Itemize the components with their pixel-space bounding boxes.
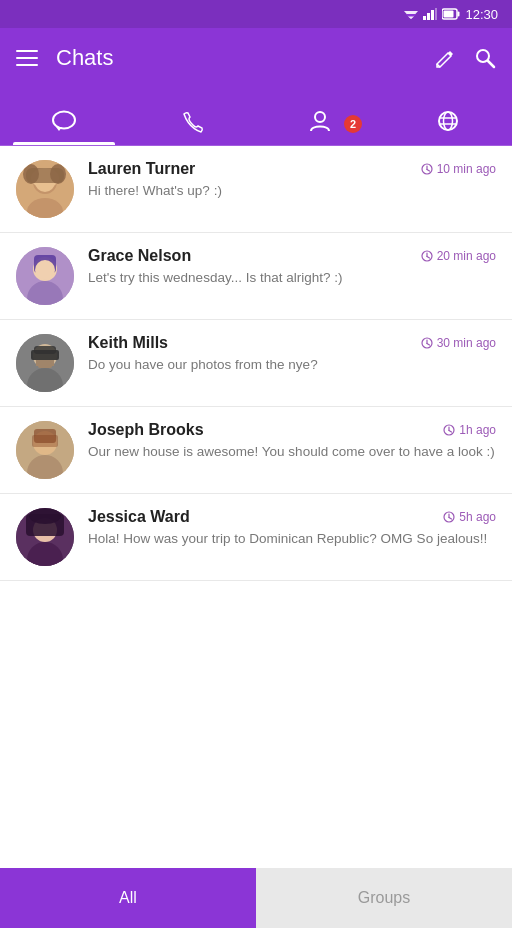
status-icons: 12:30 [404, 7, 498, 22]
tab-chat[interactable] [0, 109, 128, 145]
chat-header-row-jessica: Jessica Ward 5h ago [88, 508, 496, 526]
chat-header-row-grace: Grace Nelson 20 min ago [88, 247, 496, 265]
bottom-tab-all[interactable]: All [0, 868, 256, 928]
chat-time-keith: 30 min ago [421, 336, 496, 350]
tab-contacts[interactable]: 2 [256, 109, 384, 145]
chat-list: Lauren Turner 10 min ago Hi there! What'… [0, 146, 512, 868]
chat-header-row-joseph: Joseph Brooks 1h ago [88, 421, 496, 439]
svg-line-11 [488, 61, 494, 67]
svg-rect-43 [38, 362, 52, 368]
chat-header-row-keith: Keith Mills 30 min ago [88, 334, 496, 352]
svg-rect-5 [431, 10, 434, 20]
chat-item-grace[interactable]: Grace Nelson 20 min ago Let's try this w… [0, 233, 512, 320]
chat-content-joseph: Joseph Brooks 1h ago Our new house is aw… [88, 421, 496, 462]
svg-rect-6 [435, 8, 437, 20]
page-title: Chats [56, 45, 113, 71]
chat-name-keith: Keith Mills [88, 334, 168, 352]
contacts-tab-icon [307, 109, 333, 133]
chat-item-jessica[interactable]: Jessica Ward 5h ago Hola! How was your t… [0, 494, 512, 581]
nav-tabs: 2 [0, 88, 512, 146]
app-header: Chats [0, 28, 512, 88]
chat-preview-jessica: Hola! How was your trip to Dominican Rep… [88, 530, 496, 549]
svg-line-54 [449, 431, 452, 433]
menu-button[interactable] [16, 50, 38, 66]
svg-point-14 [439, 112, 457, 130]
chat-item-lauren[interactable]: Lauren Turner 10 min ago Hi there! What'… [0, 146, 512, 233]
header-right [434, 47, 496, 69]
svg-rect-51 [32, 435, 58, 447]
avatar-joseph [16, 421, 74, 479]
svg-line-46 [427, 344, 430, 346]
svg-rect-4 [427, 13, 430, 20]
chat-preview-lauren: Hi there! What's up? :) [88, 182, 496, 201]
avatar-lauren [16, 160, 74, 218]
edit-icon[interactable] [434, 47, 456, 69]
clock-icon [421, 250, 433, 262]
svg-marker-2 [408, 17, 414, 20]
chat-tab-icon [51, 109, 77, 133]
chat-item-joseph[interactable]: Joseph Brooks 1h ago Our new house is aw… [0, 407, 512, 494]
chat-time-lauren: 10 min ago [421, 162, 496, 176]
svg-line-36 [427, 257, 430, 259]
svg-line-28 [427, 170, 430, 172]
chat-item-keith[interactable]: Keith Mills 30 min ago Do you have our p… [0, 320, 512, 407]
header-left: Chats [16, 45, 113, 71]
svg-rect-9 [444, 11, 454, 18]
chat-content-jessica: Jessica Ward 5h ago Hola! How was your t… [88, 508, 496, 549]
clock-icon [421, 163, 433, 175]
chat-name-joseph: Joseph Brooks [88, 421, 204, 439]
contacts-badge: 2 [344, 115, 362, 133]
chat-name-lauren: Lauren Turner [88, 160, 195, 178]
battery-icon [442, 8, 460, 20]
clock-icon [443, 511, 455, 523]
bottom-tab-groups[interactable]: Groups [256, 868, 512, 928]
chat-preview-grace: Let's try this wednesday... Is that alri… [88, 269, 496, 288]
chat-name-jessica: Jessica Ward [88, 508, 190, 526]
svg-point-15 [444, 112, 453, 130]
chat-time-grace: 20 min ago [421, 249, 496, 263]
tab-world[interactable] [384, 109, 512, 145]
svg-rect-25 [26, 168, 64, 183]
calls-tab-icon [179, 109, 205, 133]
svg-point-59 [29, 508, 61, 524]
chat-preview-joseph: Our new house is awesome! You should com… [88, 443, 496, 462]
svg-line-62 [449, 518, 452, 520]
avatar-keith [16, 334, 74, 392]
svg-point-33 [35, 260, 55, 280]
chat-preview-keith: Do you have our photos from the nye? [88, 356, 496, 375]
signal-icon [423, 8, 437, 20]
chat-content-grace: Grace Nelson 20 min ago Let's try this w… [88, 247, 496, 288]
chat-time-joseph: 1h ago [443, 423, 496, 437]
chat-content-lauren: Lauren Turner 10 min ago Hi there! What'… [88, 160, 496, 201]
chat-time-jessica: 5h ago [443, 510, 496, 524]
clock-icon [443, 424, 455, 436]
avatar-jessica [16, 508, 74, 566]
chat-name-grace: Grace Nelson [88, 247, 191, 265]
svg-rect-8 [458, 12, 460, 17]
svg-rect-41 [34, 346, 56, 354]
chat-header-row-lauren: Lauren Turner 10 min ago [88, 160, 496, 178]
tab-calls[interactable] [128, 109, 256, 145]
world-tab-icon [435, 109, 461, 133]
wifi-icon [404, 8, 418, 20]
bottom-tabs: All Groups [0, 868, 512, 928]
avatar-grace [16, 247, 74, 305]
status-bar: 12:30 [0, 0, 512, 28]
svg-rect-3 [423, 16, 426, 20]
chat-content-keith: Keith Mills 30 min ago Do you have our p… [88, 334, 496, 375]
svg-point-13 [315, 112, 325, 122]
status-time: 12:30 [465, 7, 498, 22]
clock-icon [421, 337, 433, 349]
svg-point-12 [53, 112, 75, 129]
search-icon[interactable] [474, 47, 496, 69]
